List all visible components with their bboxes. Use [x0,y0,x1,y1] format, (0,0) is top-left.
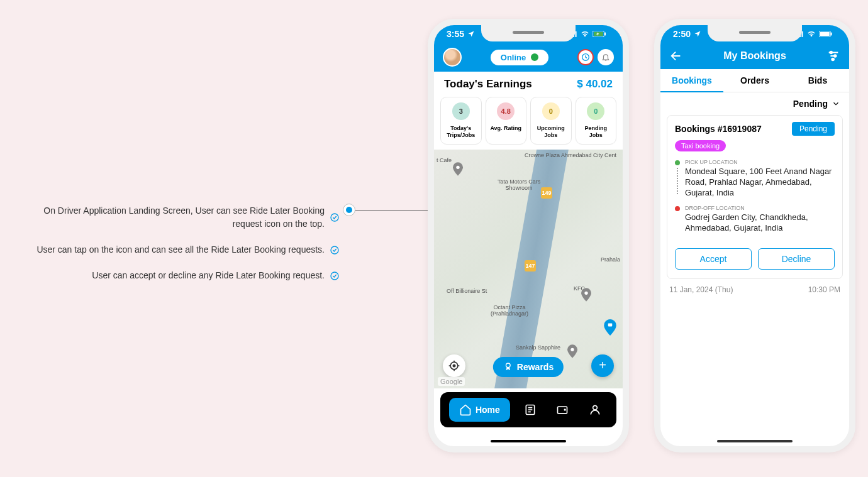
map-poi-label: Prahala [601,256,620,263]
svg-rect-25 [802,31,803,37]
stat-value: 0 [587,102,604,120]
svg-rect-28 [831,33,832,36]
nav-home[interactable]: Home [449,398,510,422]
rewards-button[interactable]: Rewards [493,357,564,377]
booking-card: Bookings #16919087 Pending Taxi booking … [667,115,843,279]
location-arrow-icon [694,30,701,38]
google-attribution: Google [438,377,465,386]
svg-rect-27 [820,32,830,36]
map-poi-label: Tata Motors Cars Showroom [497,178,541,191]
status-filter-dropdown[interactable]: Pending [660,92,849,115]
map-pin-blue-icon [604,319,616,336]
stat-upcoming[interactable]: 0 Upcoming Jobs [530,97,572,145]
note-text: User can accept or decline any Ride Late… [92,269,325,282]
tab-orders[interactable]: Orders [723,69,786,92]
stat-label: Avg. Rating [489,125,524,132]
filter-icon[interactable] [826,49,840,63]
phone-my-bookings: 2:50 My Bookings Bookings Orders Bids [654,19,855,452]
nav-profile[interactable] [582,398,608,422]
accept-button[interactable]: Accept [675,248,752,270]
booking-id: Bookings #16919087 [675,124,762,134]
svg-point-29 [830,52,833,54]
map-pin-icon [567,344,577,358]
tab-bids[interactable]: Bids [786,69,849,92]
svg-point-20 [565,409,566,410]
booking-tabs: Bookings Orders Bids [660,69,849,92]
status-time: 2:50 [673,29,691,39]
map-shield-marker: 147 [525,260,536,271]
earnings-title: Today's Earnings [444,78,532,90]
app-header: Online [434,43,623,72]
booking-date: 11 Jan, 2024 (Thu) [669,285,733,294]
phone-notch [481,25,576,41]
driver-avatar[interactable] [443,48,462,67]
chevron-down-icon [832,99,840,108]
map-pin-icon [453,162,463,176]
status-badge: Pending [792,122,835,136]
stat-value: 4.8 [497,102,515,120]
dropoff-dot-icon [675,206,680,211]
svg-point-16 [453,365,455,366]
dropoff-label: DROP-OFF LOCATION [685,205,835,211]
phone-driver-home: 3:55 Online [428,19,629,452]
map-poi-label: Octant Pizza (Prahladnagar) [484,304,535,317]
battery-icon [593,31,606,37]
feature-notes: On Driver Application Landing Screen, Us… [13,19,340,295]
check-icon [330,245,340,255]
person-icon [589,403,601,416]
svg-rect-9 [604,33,606,36]
svg-point-30 [834,55,837,57]
stat-label: Pending Jobs [579,125,614,139]
callout-pointer [343,204,431,216]
wallet-icon [556,403,569,416]
booking-type-badge: Taxi booking [675,140,726,151]
wifi-icon [806,31,816,37]
svg-point-31 [832,58,834,61]
nav-jobs[interactable] [518,398,543,422]
svg-point-17 [506,363,510,368]
decline-button[interactable]: Decline [758,248,835,270]
map-pin-icon [581,288,591,302]
online-status-dot [531,53,538,61]
stat-value: 0 [542,102,560,120]
svg-point-14 [570,348,574,351]
map-view[interactable]: Crowne Plaza Ahmedabad City Cent t Cafe … [434,150,623,388]
online-label: Online [501,53,526,62]
booking-time: 10:30 PM [808,285,840,294]
list-icon [524,403,537,416]
rewards-icon [503,362,513,372]
pickup-dot-icon [675,160,680,165]
notifications-icon[interactable] [598,49,614,65]
stat-label: Upcoming Jobs [533,125,569,139]
ride-later-icon[interactable] [577,49,594,65]
wifi-icon [580,31,590,37]
bookings-header: My Bookings [660,43,849,69]
stat-trips[interactable]: 3 Today's Trips/Jobs [440,97,482,145]
svg-point-1 [331,246,338,254]
map-poi-label: Sankalp Sapphire [516,344,560,351]
map-poi-label: t Cafe [437,157,452,163]
fab-add-button[interactable]: + [591,354,614,377]
stats-cards: 3 Today's Trips/Jobs 4.8 Avg. Rating 0 U… [434,94,623,150]
check-icon [330,212,340,222]
stat-label: Today's Trips/Jobs [443,125,479,139]
home-icon [459,403,472,416]
svg-rect-13 [608,323,613,326]
home-indicator [491,440,566,442]
svg-point-12 [456,165,459,168]
dropoff-address: Godrej Garden City, Chandkheda, Ahmedaba… [685,212,835,234]
pickup-label: PICK UP LOCATION [685,159,835,165]
locate-me-button[interactable] [443,354,465,377]
pickup-address: Mondeal Square, 100 Feet Anand Nagar Roa… [685,167,835,199]
rewards-label: Rewards [517,362,554,372]
phone-notch [708,25,802,41]
stat-rating[interactable]: 4.8 Avg. Rating [486,97,527,145]
back-arrow-icon[interactable] [669,49,683,63]
stat-pending[interactable]: 0 Pending Jobs [576,97,617,145]
map-shield-marker: 149 [541,187,552,199]
bottom-nav: Home [440,392,616,427]
online-toggle[interactable]: Online [491,50,548,65]
map-poi-label: Crowne Plaza Ahmedabad City Cent [525,152,616,158]
tab-bookings[interactable]: Bookings [660,69,723,92]
nav-wallet[interactable] [550,398,575,422]
